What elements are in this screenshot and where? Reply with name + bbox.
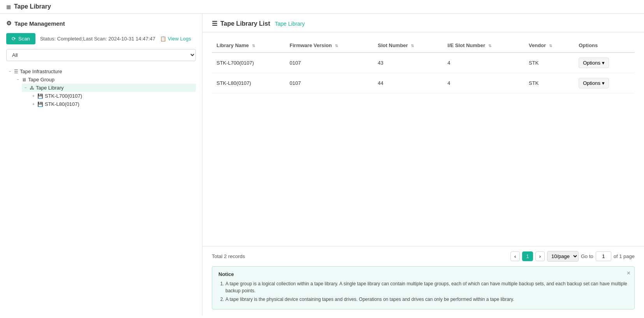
next-page-btn[interactable]: › (535, 251, 545, 261)
page-1-btn[interactable]: 1 (522, 251, 533, 261)
tree-item-stk-l80[interactable]: + 💾 STK-L80(0107) (30, 100, 196, 108)
col-slot-number: Slot Number ⇅ (373, 39, 443, 53)
tape-mgmt-icon: ⚙ (6, 20, 11, 27)
notice-box: × Notice A tape group is a logical colle… (212, 266, 635, 309)
options-button-0[interactable]: Options▾ (579, 58, 609, 68)
tree-children-infrastructure: − 🖥 Tape Group − 🖧 Tape Library + (14, 76, 196, 108)
pagination-bar: Total 2 records ‹ 1 › 10/page Go to of 1… (202, 246, 644, 266)
cell-ieSlotNumber: 4 (443, 73, 524, 93)
cell-slotNumber: 44 (373, 73, 443, 93)
cell-firmwareVersion: 0107 (285, 73, 373, 93)
infra-icon: ☰ (14, 69, 18, 74)
notice-title: Notice (218, 271, 628, 277)
l80-icon: 💾 (37, 102, 43, 107)
tree-item-infrastructure[interactable]: − ☰ Tape Infrastructure (6, 67, 196, 76)
chevron-down-icon: ▾ (602, 60, 605, 66)
notice-close-button[interactable]: × (627, 270, 630, 277)
tape-group-icon: 🖥 (22, 77, 26, 83)
goto-input[interactable] (596, 251, 611, 261)
tree-children-tape-group: − 🖧 Tape Library + 💾 STK-L700(0107) (22, 84, 196, 108)
notice-list: A tape group is a logical collection wit… (218, 280, 628, 303)
right-panel: ☰ Tape Library List Tape Library Library… (202, 14, 644, 316)
app-header: ▦ Tape Library (0, 0, 644, 14)
status-label: Status: Completed;Last Scan: 2024-10-31 … (40, 36, 155, 42)
tree-item-tape-library[interactable]: − 🖧 Tape Library (22, 84, 196, 92)
cell-ieSlotNumber: 4 (443, 53, 524, 73)
list-icon: ☰ (212, 20, 217, 27)
cell-vendor: STK (524, 73, 574, 93)
tree-children-tape-library: + 💾 STK-L700(0107) + 💾 STK-L80(0107) (30, 92, 196, 108)
scan-button[interactable]: ⟳ Scan (6, 33, 35, 44)
expand-icon-group: − (16, 77, 20, 82)
tree: − ☰ Tape Infrastructure − 🖥 Tape Group −… (6, 67, 196, 108)
cell-libraryName: STK-L700(0107) (212, 53, 285, 73)
cell-options: Options▾ (574, 53, 635, 73)
table-header-row: Library Name ⇅ Firmware Version ⇅ Slot N… (212, 39, 635, 53)
main-layout: ⚙ Tape Management ⟳ Scan Status: Complet… (0, 14, 644, 316)
cell-slotNumber: 43 (373, 53, 443, 73)
table-row: STK-L80(0107)0107444STKOptions▾ (212, 73, 635, 93)
cell-options: Options▾ (574, 73, 635, 93)
library-table: Library Name ⇅ Firmware Version ⇅ Slot N… (212, 39, 635, 93)
scan-icon: ⟳ (12, 36, 16, 42)
cell-libraryName: STK-L80(0107) (212, 73, 285, 93)
view-logs-link[interactable]: 📋 View Logs (160, 36, 191, 42)
breadcrumb-link[interactable]: Tape Library (275, 21, 305, 27)
col-ie-slot-number: I/E Slot Number ⇅ (443, 39, 524, 53)
left-panel: ⚙ Tape Management ⟳ Scan Status: Complet… (0, 14, 202, 316)
tree-item-stk-l700[interactable]: + 💾 STK-L700(0107) (30, 92, 196, 100)
logs-icon: 📋 (160, 36, 166, 42)
expand-icon: − (8, 69, 12, 74)
sort-icon-slot[interactable]: ⇅ (411, 44, 414, 48)
sort-icon-library-name[interactable]: ⇅ (252, 44, 255, 48)
table-row: STK-L700(0107)0107434STKOptions▾ (212, 53, 635, 73)
sort-icon-ie-slot[interactable]: ⇅ (488, 44, 491, 48)
col-firmware-version: Firmware Version ⇅ (285, 39, 373, 53)
prev-page-btn[interactable]: ‹ (510, 251, 520, 261)
pagination-controls: ‹ 1 › 10/page Go to of 1 page (510, 251, 635, 262)
filter-dropdown[interactable]: All (6, 49, 196, 61)
tape-library-icon: 🖧 (30, 85, 34, 91)
sort-icon-firmware[interactable]: ⇅ (335, 44, 338, 48)
expand-icon-l700: + (31, 94, 36, 98)
options-button-1[interactable]: Options▾ (579, 78, 609, 88)
sort-icon-vendor[interactable]: ⇅ (549, 44, 552, 48)
scan-bar: ⟳ Scan Status: Completed;Last Scan: 2024… (6, 33, 196, 44)
notice-item: A tape library is the physical device co… (225, 296, 628, 303)
col-options: Options (574, 39, 635, 53)
notice-item: A tape group is a logical collection wit… (225, 280, 628, 294)
tree-item-tape-group[interactable]: − 🖥 Tape Group (14, 76, 196, 84)
col-vendor: Vendor ⇅ (524, 39, 574, 53)
of-label: of 1 page (614, 253, 635, 259)
col-library-name: Library Name ⇅ (212, 39, 285, 53)
right-panel-header: ☰ Tape Library List Tape Library (202, 14, 644, 32)
total-records: Total 2 records (212, 253, 245, 259)
goto-label: Go to (581, 253, 593, 259)
l700-icon: 💾 (37, 93, 43, 99)
cell-firmwareVersion: 0107 (285, 53, 373, 73)
app-title: Tape Library (14, 3, 51, 10)
expand-icon-library: − (23, 86, 28, 90)
left-panel-title: ⚙ Tape Management (6, 20, 196, 27)
cell-vendor: STK (524, 53, 574, 73)
right-panel-title: ☰ Tape Library List (212, 20, 270, 27)
chevron-down-icon: ▾ (602, 80, 605, 86)
app-header-icon: ▦ (6, 4, 11, 10)
expand-icon-l80: + (31, 102, 36, 106)
table-container: Library Name ⇅ Firmware Version ⇅ Slot N… (202, 32, 644, 246)
page-size-select[interactable]: 10/page (547, 251, 579, 262)
